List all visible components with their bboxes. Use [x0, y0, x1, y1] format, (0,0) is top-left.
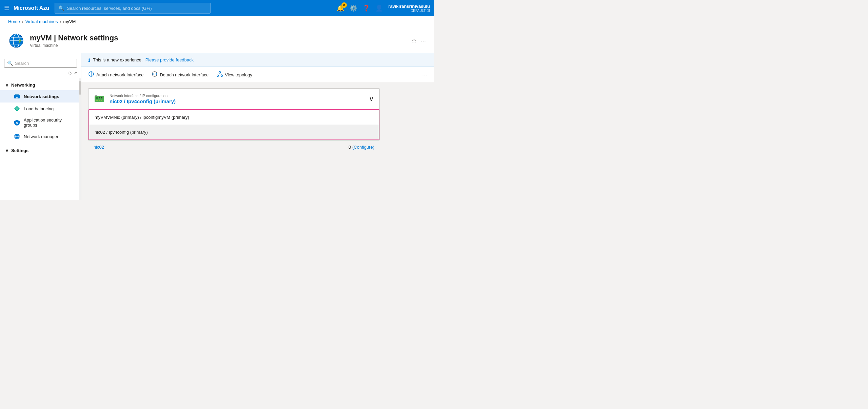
sidebar-tools: ◇ «	[0, 70, 81, 78]
svg-rect-36	[96, 95, 97, 96]
help-icon: ❓	[362, 4, 370, 12]
global-search-input[interactable]	[67, 6, 207, 11]
svg-rect-29	[99, 97, 100, 98]
help-button[interactable]: ❓	[362, 4, 370, 12]
svg-point-24	[221, 75, 223, 77]
nic-dropdown-chevron[interactable]: ∨	[369, 95, 374, 103]
sidebar-search-bar: 🔍	[4, 59, 77, 68]
settings-group-label: Settings	[11, 148, 28, 153]
sidebar-scroll-area: ∨ Networking Network settings	[0, 78, 81, 200]
nic-card: Network interface / IP configuration nic…	[88, 88, 380, 141]
nav-icons: 🔔 8 ⚙️ ❓ 👤 ravikiransrinivasulu DEFAULT …	[337, 4, 430, 13]
svg-point-19	[152, 73, 154, 75]
sidebar-item-network-settings[interactable]: Network settings	[0, 90, 81, 103]
notifications-button[interactable]: 🔔 8	[337, 4, 344, 12]
attach-label: Attach network interface	[96, 72, 143, 77]
svg-rect-37	[98, 95, 98, 96]
nic-name: nic02 / Ipv4config (primary)	[110, 98, 364, 104]
load-balancing-icon	[14, 105, 20, 112]
breadcrumb-home[interactable]: Home	[8, 19, 20, 24]
nic-dropdown-item-1[interactable]: myVMVMNic (primary) / ipconfigmyVM (prim…	[89, 110, 379, 125]
svg-point-20	[156, 73, 157, 75]
svg-text:S: S	[16, 122, 18, 125]
network-manager-icon	[14, 133, 20, 140]
sidebar-search-input[interactable]	[15, 61, 74, 66]
azure-logo: Microsoft Azu	[14, 5, 49, 11]
topology-icon	[217, 71, 223, 78]
breadcrumb-sep-2: ›	[60, 19, 61, 24]
nic-label: Network interface / IP configuration	[110, 94, 364, 98]
vm-icon	[8, 33, 24, 49]
attach-icon	[88, 71, 94, 78]
gear-icon: ⚙️	[350, 4, 357, 12]
sidebar-item-app-security-label: Application security groups	[24, 117, 76, 128]
svg-rect-32	[97, 100, 98, 101]
page-title-block: myVM | Network settings Virtual machine	[30, 34, 406, 48]
toolbar-more-button[interactable]: ···	[422, 71, 427, 78]
favorite-button[interactable]: ☆	[411, 37, 417, 44]
settings-button[interactable]: ⚙️	[350, 4, 357, 12]
hamburger-menu[interactable]: ☰	[4, 4, 9, 12]
nic-dropdown-item-2[interactable]: nic02 / Ipv4config (primary)	[89, 125, 379, 140]
detach-network-interface-button[interactable]: Detach network interface	[152, 70, 209, 80]
sidebar-group-settings[interactable]: ∨ Settings	[0, 145, 81, 156]
attach-network-interface-button[interactable]: Attach network interface	[88, 70, 143, 80]
nic-board-icon	[94, 93, 105, 104]
breadcrumb-current: myVM	[63, 19, 76, 24]
info-banner: ℹ This is a new experience. Please provi…	[81, 53, 434, 67]
breadcrumb-sep-1: ›	[22, 19, 23, 24]
sidebar-networking-section: ∨ Networking Network settings	[0, 78, 81, 144]
account-button[interactable]: 👤	[375, 4, 383, 12]
sidebar-diamond-button[interactable]: ◇	[68, 70, 72, 76]
search-icon: 🔍	[58, 5, 64, 11]
chevron-down-icon: ∨	[5, 83, 8, 88]
detach-icon	[152, 71, 158, 78]
configure-link[interactable]: (Configure)	[352, 145, 374, 150]
content-body: Network interface / IP configuration nic…	[81, 83, 434, 200]
sidebar-scrollbar-thumb	[79, 81, 81, 95]
svg-point-8	[16, 97, 18, 98]
feedback-link[interactable]: Please provide feedback	[145, 57, 194, 62]
svg-line-26	[220, 73, 222, 75]
nic-footer-link[interactable]: nic02	[94, 145, 104, 150]
content-area: ℹ This is a new experience. Please provi…	[81, 53, 434, 200]
sidebar-group-networking[interactable]: ∨ Networking	[0, 80, 81, 90]
sidebar-item-app-security-groups[interactable]: S Application security groups	[0, 115, 81, 130]
svg-rect-34	[101, 100, 102, 101]
networking-group-label: Networking	[11, 82, 35, 88]
main-layout: 🔍 ◇ « ∨ Networking	[0, 53, 434, 200]
svg-rect-7	[15, 94, 19, 95]
toolbar: Attach network interface Detach network …	[81, 67, 434, 83]
svg-point-22	[219, 72, 221, 73]
nic-dropdown: myVMVMNic (primary) / ipconfigmyVM (prim…	[88, 109, 379, 140]
sidebar-item-load-balancing-label: Load balancing	[24, 106, 54, 111]
sidebar-scrollbar[interactable]	[79, 78, 81, 200]
sidebar-search-icon: 🔍	[7, 60, 13, 66]
svg-rect-31	[96, 100, 97, 101]
sidebar-collapse-button[interactable]: «	[74, 70, 77, 76]
info-text: This is a new experience.	[93, 57, 143, 62]
nic-header-text: Network interface / IP configuration nic…	[110, 94, 364, 104]
sidebar-item-network-settings-label: Network settings	[24, 94, 59, 99]
breadcrumb-vms[interactable]: Virtual machines	[25, 19, 58, 24]
user-name: ravikiransrinivasulu	[388, 4, 430, 9]
sidebar-settings-section: ∨ Settings	[0, 144, 81, 157]
network-settings-icon	[14, 93, 20, 100]
nic-footer: nic02 0 (Configure)	[88, 142, 380, 152]
sidebar-item-load-balancing[interactable]: Load balancing	[0, 103, 81, 115]
user-info: ravikiransrinivasulu DEFAULT DI	[388, 4, 430, 13]
notification-badge: 8	[341, 2, 347, 8]
svg-rect-30	[101, 97, 102, 98]
info-icon: ℹ	[88, 57, 90, 63]
top-nav: ☰ Microsoft Azu 🔍 🔔 8 ⚙️ ❓ 👤 ravikiransr…	[0, 0, 434, 16]
account-icon: 👤	[375, 4, 383, 12]
view-topology-button[interactable]: View topology	[217, 70, 252, 80]
header-actions: ☆ ···	[411, 37, 426, 44]
page-subtitle: Virtual machine	[30, 43, 406, 48]
nic-card-header[interactable]: Network interface / IP configuration nic…	[88, 89, 379, 109]
svg-line-25	[218, 73, 220, 75]
sidebar-item-network-manager[interactable]: Network manager	[0, 130, 81, 143]
svg-rect-33	[99, 100, 100, 101]
user-directory: DEFAULT DI	[411, 9, 430, 13]
more-options-button[interactable]: ···	[421, 37, 426, 44]
